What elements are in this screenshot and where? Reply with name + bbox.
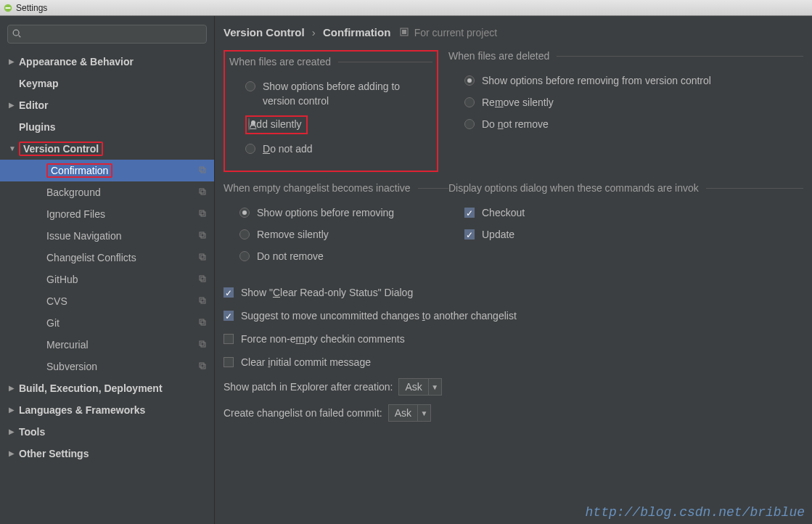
radio-option[interactable]: Do not add [245,142,432,156]
svg-rect-15 [201,277,205,282]
failed-dropdown[interactable]: Ask ▼ [388,404,431,422]
option-label: Checkout [482,205,525,220]
option-label: Remove silently [257,227,329,242]
sidebar-item-label: Changelist Conflicts [46,247,198,269]
option-label: Do not remove [482,117,549,131]
radio-option[interactable]: Do not remove [239,249,448,263]
svg-line-3 [19,36,21,38]
sidebar-item-other-settings[interactable]: ▶Other Settings [0,443,214,464]
radio-icon[interactable] [239,229,250,240]
group-emptycl-legend: When empty changelist becomes inactive [223,182,418,194]
svg-point-2 [13,30,19,36]
sidebar-item-plugins[interactable]: Plugins [0,116,214,138]
sidebar-item-git[interactable]: Git [0,312,214,334]
search-input[interactable] [7,25,207,44]
check-option[interactable]: Suggest to move uncommitted changes to a… [223,308,803,323]
checkbox-icon[interactable] [464,208,475,218]
copy-icon [198,269,207,290]
radio-option[interactable]: Show options before adding to version co… [245,79,432,108]
check-option[interactable]: Checkout [464,205,803,220]
radio-icon[interactable] [464,119,475,129]
sidebar-item-appearance-behavior[interactable]: ▶Appearance & Behavior [0,51,214,73]
copy-icon [198,181,207,203]
sidebar-item-keymap[interactable]: Keymap [0,73,214,94]
svg-rect-17 [201,299,205,303]
tree-arrow-icon: ▶ [9,51,19,73]
failed-dropdown-value: Ask [389,407,417,419]
checkbox-icon[interactable] [223,334,234,344]
chevron-down-icon[interactable]: ▼ [428,379,441,395]
sidebar-item-cvs[interactable]: CVS [0,290,214,312]
option-label: Clear initial commit message [241,355,371,369]
group-created: When files are created Show options befo… [229,56,432,163]
sidebar-item-editor[interactable]: ▶Editor [0,94,214,116]
svg-rect-19 [201,321,205,325]
settings-content: Version Control › Confirmation For curre… [215,16,812,524]
patch-dropdown-row: Show patch in Explorer after creation: A… [223,378,803,396]
check-option[interactable]: Show "Clear Read-only Status" Dialog [223,285,803,300]
sidebar-item-confirmation[interactable]: Confirmation [0,160,214,181]
radio-option[interactable]: Add silently [245,115,432,134]
svg-rect-21 [201,343,205,347]
patch-dropdown[interactable]: Ask ▼ [398,378,441,396]
sidebar-item-label: CVS [46,290,198,312]
sidebar-item-label: Languages & Frameworks [19,399,214,421]
sidebar-item-label: Plugins [19,116,214,138]
radio-option[interactable]: Show options before removing from versio… [464,73,803,88]
radio-option[interactable]: Remove silently [239,227,448,242]
scope-icon [400,26,411,38]
sidebar-item-languages-frameworks[interactable]: ▶Languages & Frameworks [0,399,214,421]
svg-rect-9 [201,212,205,216]
svg-rect-25 [402,30,406,34]
sidebar-item-label: GitHub [46,269,198,290]
group-created-legend: When files are created [229,56,338,67]
sidebar-item-mercurial[interactable]: Mercurial [0,334,214,356]
checkbox-icon[interactable] [223,311,234,321]
chevron-down-icon[interactable]: ▼ [417,405,430,421]
breadcrumb-sep: › [312,26,316,38]
sidebar-item-subversion[interactable]: Subversion [0,356,214,377]
svg-rect-7 [201,190,205,195]
radio-icon[interactable] [464,97,475,107]
checkbox-icon[interactable] [464,229,475,240]
patch-dropdown-label: Show patch in Explorer after creation: [223,381,393,393]
check-option[interactable]: Force non-empty checkin comments [223,332,803,346]
tree-arrow-icon: ▶ [9,399,19,421]
search-box [7,25,207,44]
radio-option[interactable]: Show options before removing [239,205,448,220]
sidebar-item-changelist-conflicts[interactable]: Changelist Conflicts [0,247,214,269]
group-deleted: When files are deleted Show options befo… [448,50,803,139]
radio-icon[interactable] [248,118,250,131]
window-titlebar[interactable]: Settings [0,0,812,16]
sidebar-item-background[interactable]: Background [0,181,214,203]
checkbox-icon[interactable] [223,357,234,367]
option-label: Suggest to move uncommitted changes to a… [241,308,517,323]
sidebar-item-github[interactable]: GitHub [0,269,214,290]
option-label: Update [482,227,514,242]
option-label: Do not remove [257,249,324,263]
radio-icon[interactable] [239,208,250,218]
radio-icon[interactable] [464,75,475,86]
check-option[interactable]: Update [464,227,803,242]
radio-icon[interactable] [239,251,250,261]
radio-option[interactable]: Do not remove [464,117,803,131]
sidebar-item-ignored-files[interactable]: Ignored Files [0,203,214,225]
radio-icon[interactable] [245,144,255,154]
check-option[interactable]: Clear initial commit message [223,355,803,369]
sidebar-item-label: Build, Execution, Deployment [19,377,214,399]
group-displaydlg: Display options dialog when these comman… [448,182,803,249]
sidebar-item-build-execution-deployment[interactable]: ▶Build, Execution, Deployment [0,377,214,399]
sidebar-item-tools[interactable]: ▶Tools [0,421,214,443]
breadcrumb-scope: For current project [414,27,497,38]
radio-option[interactable]: Remove silently [464,95,803,110]
sidebar-item-version-control[interactable]: ▼Version Control [0,138,214,160]
group-deleted-legend: When files are deleted [448,50,557,62]
sidebar-item-label: Tools [19,421,214,443]
failed-dropdown-label: Create changelist on failed commit: [223,407,382,419]
watermark: http://blog.csdn.net/briblue [586,505,805,520]
sidebar-item-label: Confirmation [46,160,198,181]
radio-icon[interactable] [245,81,255,91]
sidebar-item-issue-navigation[interactable]: Issue Navigation [0,225,214,247]
checkbox-icon[interactable] [223,287,234,298]
misc-checks: Show "Clear Read-only Status" DialogSugg… [223,285,803,369]
